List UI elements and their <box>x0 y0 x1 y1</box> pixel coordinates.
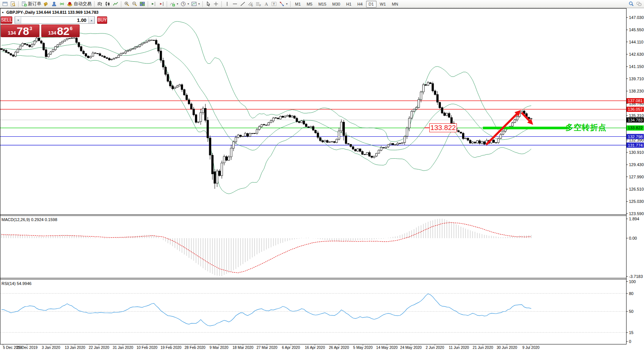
toolbar-separator <box>148 1 148 7</box>
crosshair-button[interactable] <box>212 0 220 7</box>
fibonacci-button[interactable]: F <box>254 0 262 7</box>
templates-button[interactable]: ▾ <box>190 0 201 7</box>
timeframe-button-w1[interactable]: W1 <box>377 1 389 7</box>
date-axis[interactable]: 5 Dec 201925 Dec 20193 Jan 202013 Jan 20… <box>3 344 540 350</box>
volume-input[interactable] <box>21 17 88 23</box>
search-button[interactable] <box>627 0 635 7</box>
highlight-zone[interactable] <box>483 127 567 129</box>
vertical-line-button[interactable] <box>223 0 231 7</box>
cursor-icon <box>205 1 211 7</box>
trendline-icon <box>240 1 246 7</box>
buy-price-sup: 6 <box>70 26 73 31</box>
channel-icon: E <box>248 1 253 7</box>
buy-price-display[interactable]: 134826 <box>41 25 80 37</box>
macd-indicator-label: MACD(12,26,9) 0.2924 0.1598 <box>1 217 57 222</box>
svg-text:14 May 2020: 14 May 2020 <box>376 346 398 350</box>
cursor-button[interactable] <box>204 0 212 7</box>
sell-button[interactable]: SELL <box>1 16 12 24</box>
horizontal-line-button[interactable] <box>231 0 239 7</box>
svg-text:9 Mar 2020: 9 Mar 2020 <box>209 346 228 350</box>
line-chart-icon <box>113 1 118 7</box>
window-icon <box>2 1 8 7</box>
indicators-button[interactable]: ▾ <box>169 0 179 7</box>
svg-text:18 Mar 2020: 18 Mar 2020 <box>233 346 254 350</box>
svg-text:135.310: 135.310 <box>629 113 644 118</box>
timeframe-button-m30[interactable]: M30 <box>330 1 343 7</box>
svg-text:A: A <box>265 1 268 7</box>
sell-price-display[interactable]: 134783 <box>1 25 39 37</box>
candlestick-chart-button[interactable] <box>104 0 112 7</box>
broadcast-icon <box>44 1 49 7</box>
symbol-name: GBPJPY-,Daily <box>6 10 35 14</box>
signals-button[interactable] <box>58 0 66 7</box>
chart-canvas[interactable]: 147.030145.550144.110142.630141.150139.7… <box>0 0 644 350</box>
autotrade-button[interactable]: 自动交易 <box>66 0 93 7</box>
macd-axis[interactable]: 1.8940.00-3.7183 <box>627 217 643 279</box>
text-icon: A <box>263 1 269 7</box>
arrows-draw-button[interactable]: ▾ <box>278 0 289 7</box>
auto-scroll-button[interactable] <box>157 0 165 7</box>
text-button[interactable]: A <box>262 0 270 7</box>
svg-text:16 Apr 2020: 16 Apr 2020 <box>305 346 325 350</box>
timeframe-button-h1[interactable]: H1 <box>343 1 354 7</box>
chat-button[interactable] <box>635 0 643 7</box>
svg-text:5 May 2020: 5 May 2020 <box>353 346 373 350</box>
tile-windows-button[interactable] <box>138 0 146 7</box>
rsi-indicator-label: RSI(14) 54.9946 <box>1 281 32 286</box>
text-label-button[interactable]: T <box>270 0 278 7</box>
community-button[interactable] <box>50 0 58 7</box>
search-icon <box>628 1 634 7</box>
volume-increase-button[interactable]: ▲ <box>88 17 94 23</box>
svg-text:24 May 2020: 24 May 2020 <box>400 346 422 350</box>
autotrade-button-label: 自动交易 <box>74 1 92 7</box>
rsi-axis[interactable]: 1008050150 <box>627 279 636 344</box>
svg-text:T: T <box>273 2 275 6</box>
svg-text:22 Jan 2020: 22 Jan 2020 <box>89 346 109 350</box>
chart-shift-button[interactable] <box>150 0 157 7</box>
turning-point-annotation[interactable]: 多空转折点 <box>565 122 606 133</box>
horizontal-line-icon <box>232 1 238 7</box>
macd-histogram <box>1 219 531 276</box>
timeframe-button-mn[interactable]: MN <box>389 1 401 7</box>
price-level-label[interactable]: 133.822 <box>429 123 457 132</box>
new-order-button-label: 新订单 <box>28 1 41 7</box>
volume-stepper: ▼ ▲ <box>15 16 95 24</box>
svg-text:133.822: 133.822 <box>628 126 643 130</box>
toolbar-separator <box>202 1 203 7</box>
candlestick-series <box>1 36 532 189</box>
periods-clock-button[interactable]: ▾ <box>179 0 190 7</box>
chart-area[interactable]: 147.030145.550144.110142.630141.150139.7… <box>0 0 644 350</box>
line-chart-button[interactable] <box>112 0 119 7</box>
timeframe-button-d1[interactable]: D1 <box>366 1 377 7</box>
svg-text:10 Feb 2020: 10 Feb 2020 <box>137 346 158 350</box>
symbol-ohlc-line: ▲ GBPJPY-,Daily 134.644 134.811 133.969 … <box>1 10 99 14</box>
svg-text:30 Jun 2020: 30 Jun 2020 <box>497 346 517 350</box>
trendline-button[interactable] <box>239 0 247 7</box>
timeframe-button-m1[interactable]: M1 <box>292 1 303 7</box>
channel-button[interactable]: E <box>247 0 254 7</box>
community-icon <box>51 1 57 7</box>
crosshair-icon <box>213 1 219 7</box>
chart-preview-button[interactable] <box>9 0 17 7</box>
zoom-in-button[interactable] <box>123 0 131 7</box>
new-order-button[interactable]: 新订单 <box>20 0 42 7</box>
svg-text:25 Dec 2019: 25 Dec 2019 <box>16 346 38 350</box>
buy-button[interactable]: BUY <box>97 16 107 24</box>
price-axis[interactable]: 147.030145.550144.110142.630141.150139.7… <box>627 15 644 216</box>
svg-text:2 Jun 2020: 2 Jun 2020 <box>426 346 444 350</box>
svg-text:26 Apr 2020: 26 Apr 2020 <box>329 346 349 350</box>
volume-decrease-button[interactable]: ▼ <box>15 17 21 23</box>
templates-icon <box>191 1 197 7</box>
chevron-down-icon: ▾ <box>188 2 189 6</box>
window-button[interactable] <box>1 0 9 7</box>
svg-text:145.550: 145.550 <box>629 27 644 32</box>
zoom-out-button[interactable] <box>131 0 138 7</box>
timeframe-button-m15[interactable]: M15 <box>316 1 329 7</box>
timeframe-button-m5[interactable]: M5 <box>304 1 315 7</box>
bar-chart-button[interactable] <box>96 0 104 7</box>
svg-text:130.910: 130.910 <box>629 150 644 155</box>
timeframe-button-h4[interactable]: H4 <box>355 1 365 7</box>
fibonacci-icon: F <box>256 1 261 7</box>
broadcast-button[interactable] <box>42 0 50 7</box>
svg-text:137.081: 137.081 <box>628 98 643 103</box>
